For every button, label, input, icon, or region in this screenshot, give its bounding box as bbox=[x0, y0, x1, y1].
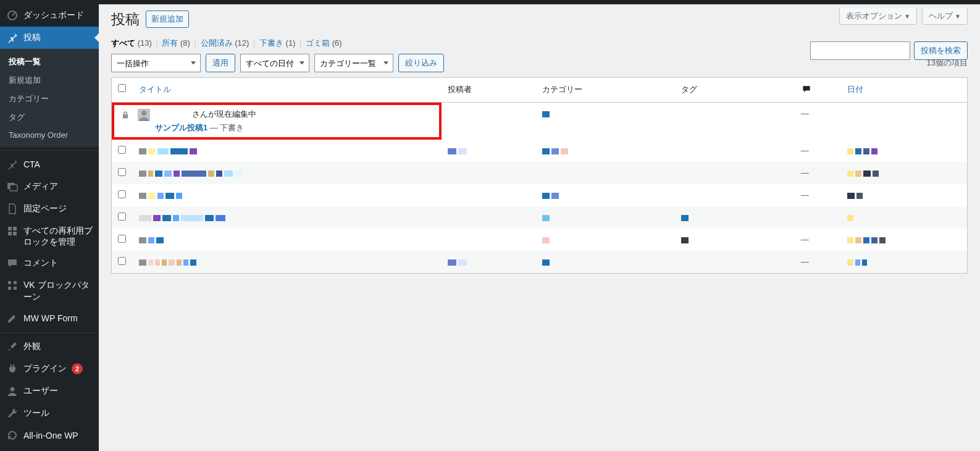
cell-checkbox bbox=[112, 229, 133, 251]
locked-post-title[interactable]: サンプル投稿1 bbox=[155, 123, 207, 132]
cell-checkbox bbox=[112, 162, 133, 184]
row-checkbox[interactable] bbox=[118, 213, 126, 221]
menu-cta[interactable]: CTA bbox=[0, 153, 99, 175]
admin-sidebar: ダッシュボード 投稿 投稿一覧 新規追加 カテゴリー タグ Taxonomy O… bbox=[0, 0, 99, 451]
brush-icon bbox=[6, 340, 19, 353]
table-row-locked: さんが現在編集中 サンプル投稿1 — 下書き — bbox=[112, 103, 968, 140]
dashboard-icon bbox=[6, 9, 19, 22]
cell-date bbox=[841, 162, 967, 184]
menu-dashboard[interactable]: ダッシュボード bbox=[0, 4, 99, 27]
row-checkbox[interactable] bbox=[118, 168, 126, 176]
select-all-checkbox[interactable] bbox=[118, 84, 126, 92]
menu-appearance[interactable]: 外観 bbox=[0, 335, 99, 358]
help-button[interactable]: ヘルプ▼ bbox=[922, 8, 968, 25]
pencil-icon bbox=[6, 312, 19, 324]
bulk-action-select[interactable]: 一括操作 bbox=[111, 54, 201, 72]
row-checkbox[interactable] bbox=[118, 257, 126, 265]
row-checkbox[interactable] bbox=[118, 146, 126, 154]
posts-table: タイトル 投稿者 カテゴリー タグ 日付 bbox=[111, 77, 968, 274]
submenu-posts-tags[interactable]: タグ bbox=[0, 108, 99, 127]
col-title[interactable]: タイトル bbox=[139, 85, 171, 94]
menu-users[interactable]: ユーザー bbox=[0, 380, 99, 402]
comment-icon bbox=[801, 84, 812, 94]
cell-categories bbox=[536, 162, 675, 184]
filter-published[interactable]: 公開済み bbox=[201, 38, 233, 48]
menu-comments[interactable]: コメント bbox=[0, 252, 99, 274]
pin-icon bbox=[6, 158, 19, 171]
cell-title[interactable] bbox=[133, 251, 442, 274]
cell-date bbox=[841, 103, 967, 140]
search-button[interactable]: 投稿を検索 bbox=[914, 41, 968, 60]
cell-categories bbox=[536, 140, 675, 162]
col-date[interactable]: 日付 bbox=[847, 85, 863, 94]
table-row bbox=[112, 206, 968, 229]
page-icon bbox=[6, 203, 19, 215]
cell-comments: — bbox=[795, 184, 842, 206]
cell-author bbox=[442, 184, 536, 206]
menu-aioseo[interactable]: All-in-One WP bbox=[0, 424, 99, 447]
cell-title[interactable] bbox=[133, 229, 442, 251]
submenu-posts-taxonomy-order[interactable]: Taxonomy Order bbox=[0, 127, 99, 143]
cell-date bbox=[841, 229, 967, 251]
cell-comments: — bbox=[795, 103, 842, 140]
add-new-button[interactable]: 新規追加 bbox=[146, 11, 189, 28]
cell-checkbox bbox=[112, 140, 133, 162]
cell-comments: — bbox=[795, 162, 842, 184]
submenu-posts-categories[interactable]: カテゴリー bbox=[0, 90, 99, 108]
search-input[interactable] bbox=[810, 41, 910, 60]
submenu-posts-new[interactable]: 新規追加 bbox=[0, 71, 99, 90]
svg-point-11 bbox=[10, 387, 15, 391]
menu-vk-patterns[interactable]: VK ブロックパターン bbox=[0, 274, 99, 306]
menu-label: MW WP Form bbox=[23, 313, 78, 323]
menu-mw-wp-form[interactable]: MW WP Form bbox=[0, 307, 99, 329]
menu-label: All-in-One WP bbox=[23, 431, 78, 440]
menu-media[interactable]: メディア bbox=[0, 175, 99, 198]
cell-title[interactable] bbox=[133, 206, 442, 229]
apply-button[interactable]: 適用 bbox=[206, 54, 235, 72]
submenu-posts-list[interactable]: 投稿一覧 bbox=[0, 53, 99, 71]
cell-author bbox=[442, 229, 536, 251]
row-checkbox[interactable] bbox=[118, 235, 126, 243]
menu-reusable-blocks[interactable]: すべての再利用ブロックを管理 bbox=[0, 220, 99, 252]
cell-checkbox bbox=[112, 206, 133, 229]
cell-checkbox bbox=[112, 251, 133, 274]
media-icon bbox=[6, 180, 19, 193]
cell-date bbox=[841, 206, 967, 229]
menu-tools[interactable]: ツール bbox=[0, 402, 99, 424]
menu-label: すべての再利用ブロックを管理 bbox=[23, 225, 94, 247]
cell-title[interactable] bbox=[133, 140, 442, 162]
cell-tags bbox=[675, 184, 795, 206]
grid-icon bbox=[6, 279, 19, 292]
screen-options-button[interactable]: 表示オプション▼ bbox=[839, 8, 917, 25]
cell-author bbox=[442, 206, 536, 229]
menu-label: ツール bbox=[23, 408, 49, 419]
cell-title[interactable] bbox=[133, 162, 442, 184]
menu-pages[interactable]: 固定ページ bbox=[0, 198, 99, 220]
table-row: — bbox=[112, 251, 968, 274]
chevron-down-icon: ▼ bbox=[955, 13, 961, 20]
col-tags: タグ bbox=[675, 78, 795, 103]
filter-mine[interactable]: 所有 bbox=[162, 38, 178, 48]
locked-highlight: さんが現在編集中 サンプル投稿1 — 下書き bbox=[112, 103, 442, 140]
svg-rect-6 bbox=[13, 232, 17, 235]
menu-posts[interactable]: 投稿 bbox=[0, 27, 99, 49]
table-row: — bbox=[112, 162, 968, 184]
cell-checkbox bbox=[112, 184, 133, 206]
filter-trash[interactable]: ゴミ箱 bbox=[306, 38, 330, 48]
svg-rect-5 bbox=[8, 232, 12, 235]
category-filter-select[interactable]: カテゴリー一覧 bbox=[314, 54, 393, 72]
filter-draft[interactable]: 下書き bbox=[259, 38, 283, 48]
menu-plugins[interactable]: プラグイン 2 bbox=[0, 358, 99, 380]
menu-label: CTA bbox=[23, 159, 40, 169]
cell-author bbox=[442, 103, 536, 140]
search-box: 投稿を検索 bbox=[810, 41, 968, 60]
user-icon bbox=[6, 385, 19, 397]
row-checkbox[interactable] bbox=[118, 190, 126, 198]
cell-tags bbox=[675, 103, 795, 140]
menu-label: 固定ページ bbox=[23, 203, 67, 214]
filter-all[interactable]: すべて bbox=[111, 38, 135, 48]
cell-title[interactable] bbox=[133, 184, 442, 206]
cell-categories bbox=[536, 229, 675, 251]
filter-button[interactable]: 絞り込み bbox=[398, 54, 444, 72]
date-filter-select[interactable]: すべての日付 bbox=[240, 54, 309, 72]
